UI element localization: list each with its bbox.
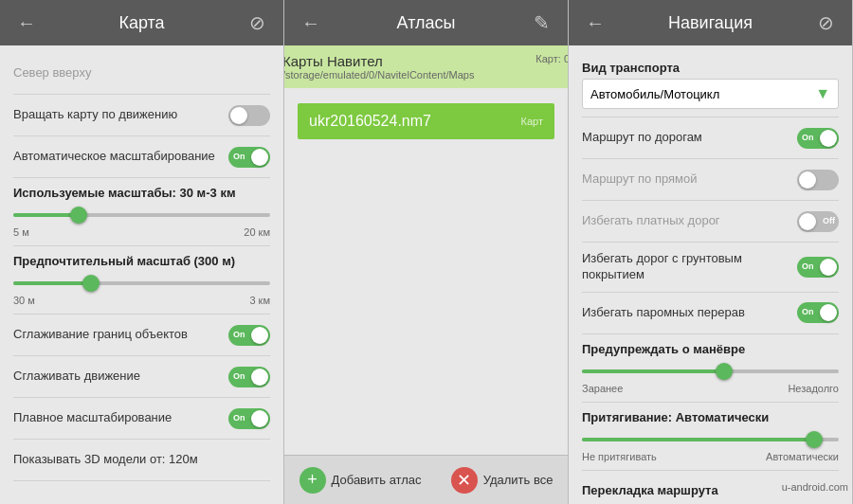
used-scales-max: 20 км bbox=[244, 226, 270, 238]
transport-dropdown[interactable]: Автомобиль/Мотоцикл ▼ bbox=[582, 79, 839, 109]
pref-scale-slider[interactable] bbox=[13, 274, 270, 293]
avoid-tolls-toggle[interactable]: Off bbox=[797, 211, 839, 232]
panel-navigation-title: Навигация bbox=[608, 13, 812, 33]
snap-fill bbox=[582, 438, 813, 441]
maneuver-warning-max: Незадолго bbox=[788, 383, 839, 394]
maneuver-warning-section: Предупреждать о манёвре Заранее Незадолг… bbox=[582, 334, 839, 403]
setting-route-roads[interactable]: Маршрут по дорогам On bbox=[582, 117, 839, 159]
avoid-ferry-toggle[interactable]: On bbox=[797, 302, 839, 323]
smooth-zoom-label: Плавное масштабирование bbox=[13, 410, 221, 426]
avoid-dirt-toggle[interactable]: On bbox=[797, 257, 839, 278]
atlas-footer: + Добавить атлас ✕ Удалить все bbox=[284, 455, 568, 504]
snap-slider[interactable] bbox=[582, 430, 839, 449]
add-atlas-label: Добавить атлас bbox=[332, 473, 422, 487]
avoid-ferry-label: Избегать паромных перерав bbox=[582, 305, 789, 321]
used-scales-labels: 5 м 20 км bbox=[13, 226, 270, 238]
globe-icon-map[interactable]: ⊘ bbox=[244, 11, 270, 34]
route-roads-toggle[interactable]: On bbox=[797, 128, 839, 149]
setting-avoid-ferry[interactable]: Избегать паромных перерав On bbox=[582, 293, 839, 334]
pref-scale-track bbox=[13, 281, 270, 285]
add-icon: + bbox=[299, 467, 326, 494]
setting-smooth-zoom[interactable]: Плавное масштабирование On bbox=[13, 398, 270, 440]
avoid-tolls-label: Избегать платных дорог bbox=[582, 213, 789, 229]
snap-min: Не притягивать bbox=[582, 451, 657, 462]
pref-scale-title: Предпочтительный масштаб (300 м) bbox=[13, 254, 270, 268]
north-up-label: Север вверху bbox=[13, 65, 270, 81]
globe-icon-nav[interactable]: ⊘ bbox=[812, 11, 839, 34]
smooth-borders-toggle-label: On bbox=[233, 330, 245, 339]
smooth-motion-toggle[interactable]: On bbox=[228, 367, 270, 387]
setting-north-up: Север вверху bbox=[13, 53, 270, 95]
add-atlas-button[interactable]: + Добавить атлас bbox=[299, 467, 422, 494]
panel-map-title: Карта bbox=[40, 13, 244, 33]
smooth-motion-toggle-label: On bbox=[233, 371, 245, 381]
route-straight-label: Маршрут по прямой bbox=[582, 171, 789, 188]
setting-route-straight[interactable]: Маршрут по прямой bbox=[582, 159, 839, 201]
snap-track bbox=[582, 438, 839, 441]
used-scales-track bbox=[13, 213, 270, 217]
auto-scale-toggle[interactable]: On bbox=[228, 147, 270, 168]
smooth-zoom-toggle-label: On bbox=[233, 413, 245, 423]
smooth-borders-toggle[interactable]: On bbox=[228, 325, 270, 346]
panel-map: ← Карта ⊘ Север вверху Вращать карту по … bbox=[0, 0, 284, 504]
setting-avoid-tolls[interactable]: Избегать платных дорог Off bbox=[582, 201, 839, 243]
maneuver-warning-slider[interactable] bbox=[582, 362, 839, 381]
pref-scale-max: 3 км bbox=[249, 295, 270, 306]
transport-type-section: Вид транспорта Автомобиль/Мотоцикл ▼ bbox=[582, 53, 839, 117]
atlas-item-ukr[interactable]: ukr20160524.nm7 Карт bbox=[298, 103, 554, 139]
used-scales-min: 5 м bbox=[13, 226, 29, 238]
panel-atlas-header: ← Атласы ✎ bbox=[284, 0, 568, 45]
panel-atlas-content: Карты Навител /storage/emulated/0/Navite… bbox=[284, 45, 568, 455]
smooth-motion-label: Сглаживать движение bbox=[13, 369, 221, 385]
atlas-item-label: Карт bbox=[521, 116, 543, 127]
smooth-borders-label: Сглаживание границ объектов bbox=[13, 327, 221, 343]
maneuver-warning-min: Заранее bbox=[582, 383, 623, 394]
setting-avoid-dirt[interactable]: Избегать дорог с грунтовым покрытием On bbox=[582, 243, 839, 293]
maneuver-warning-thumb[interactable] bbox=[716, 363, 733, 380]
atlas-section-header: Карты Навител /storage/emulated/0/Navite… bbox=[284, 45, 568, 88]
back-icon-atlas[interactable]: ← bbox=[298, 12, 324, 34]
setting-auto-scale[interactable]: Автоматическое масштабирование On bbox=[13, 136, 270, 178]
snap-thumb[interactable] bbox=[806, 431, 823, 448]
pref-scale-fill bbox=[13, 281, 90, 285]
pref-scale-section: Предпочтительный масштаб (300 м) 30 м 3 … bbox=[13, 246, 270, 315]
pref-scale-thumb[interactable] bbox=[82, 275, 100, 292]
maneuver-warning-track bbox=[582, 369, 839, 373]
used-scales-slider[interactable] bbox=[13, 206, 270, 225]
panel-map-content: Север вверху Вращать карту по движению А… bbox=[0, 45, 283, 504]
used-scales-thumb[interactable] bbox=[70, 207, 87, 224]
pref-scale-min: 30 м bbox=[13, 295, 35, 306]
panel-navigation-content: Вид транспорта Автомобиль/Мотоцикл ▼ Мар… bbox=[569, 45, 852, 504]
avoid-tolls-toggle-label: Off bbox=[823, 216, 835, 225]
delete-all-button[interactable]: ✕ Удалить все bbox=[451, 467, 554, 494]
3d-models-label: Показывать 3D модели от: 120м bbox=[13, 452, 270, 468]
back-icon-map[interactable]: ← bbox=[13, 12, 40, 34]
setting-rotate-map[interactable]: Вращать карту по движению bbox=[13, 95, 270, 136]
avoid-dirt-label: Избегать дорог с грунтовым покрытием bbox=[582, 251, 789, 283]
delete-icon: ✕ bbox=[451, 467, 478, 494]
delete-all-label: Удалить все bbox=[483, 473, 554, 487]
setting-3d-models: Показывать 3D модели от: 120м bbox=[13, 440, 270, 481]
edit-icon-atlas[interactable]: ✎ bbox=[528, 11, 554, 34]
panel-map-header: ← Карта ⊘ bbox=[0, 0, 283, 45]
dropdown-arrow-icon: ▼ bbox=[815, 85, 830, 102]
smooth-zoom-toggle[interactable]: On bbox=[228, 408, 270, 429]
auto-scale-toggle-label: On bbox=[233, 152, 245, 161]
setting-smooth-motion[interactable]: Сглаживать движение On bbox=[13, 356, 270, 398]
transport-value: Автомобиль/Мотоцикл bbox=[590, 87, 719, 101]
auto-scale-label: Автоматическое масштабирование bbox=[13, 149, 221, 165]
atlas-items-list: ukr20160524.nm7 Карт bbox=[284, 88, 568, 154]
rotate-map-label: Вращать карту по движению bbox=[13, 107, 221, 123]
atlas-item-title: ukr20160524.nm7 bbox=[309, 113, 431, 130]
panel-atlas: ← Атласы ✎ Карты Навител /storage/emulat… bbox=[284, 0, 569, 504]
used-scales-fill bbox=[13, 213, 78, 217]
route-straight-toggle[interactable] bbox=[797, 170, 839, 190]
rotate-map-toggle[interactable] bbox=[228, 105, 270, 126]
route-roads-label: Маршрут по дорогам bbox=[582, 130, 789, 146]
reroute-label: Перекладка маршрута bbox=[582, 483, 839, 499]
panel-atlas-title: Атласы bbox=[324, 13, 528, 33]
maneuver-warning-title: Предупреждать о манёвре bbox=[582, 342, 839, 356]
back-icon-nav[interactable]: ← bbox=[582, 12, 608, 34]
snap-max: Автоматически bbox=[766, 451, 839, 462]
setting-smooth-borders[interactable]: Сглаживание границ объектов On bbox=[13, 315, 270, 356]
